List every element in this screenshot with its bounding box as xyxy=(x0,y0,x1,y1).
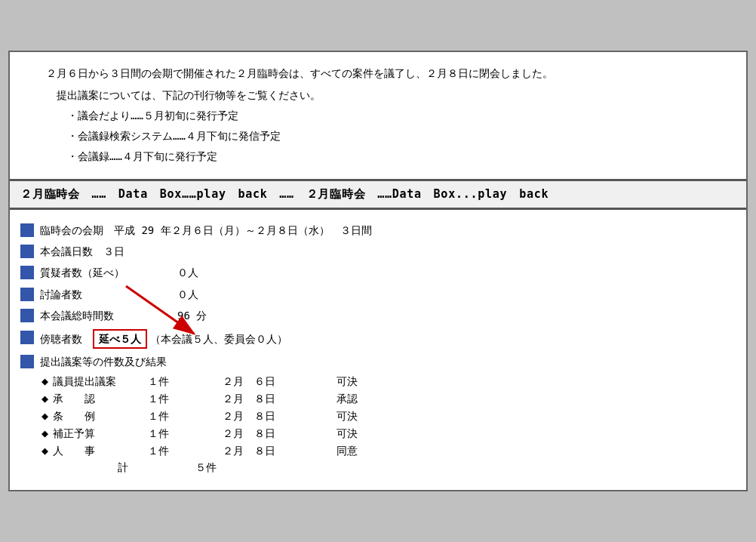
subtable-col4-5: 同意 xyxy=(317,445,377,458)
diamond-3: ◆ xyxy=(41,409,48,423)
subtable-col3-3: ２月 ８日 xyxy=(181,410,317,423)
top-section: ２月６日から３日間の会期で開催された２月臨時会は、すべての案件を議了し、２月８日… xyxy=(10,52,746,181)
bullet-icon-1 xyxy=(20,223,34,237)
row-kaiki: 臨時会の会期 平成 29 年２月６日（月）～２月８日（水） ３日間 xyxy=(20,222,736,239)
bullet-2: ・会議録検索システム……４月下旬に発信予定 xyxy=(25,127,731,146)
svg-line-1 xyxy=(126,286,194,334)
bullet-icon-4 xyxy=(20,288,34,301)
subtable-row-2: ◆ 承 認 １件 ２月 ８日 承認 xyxy=(41,392,756,406)
subtable-col3-1: ２月 ６日 xyxy=(181,375,317,389)
subtable-row-1: ◆ 議員提出議案 １件 ２月 ６日 可決 xyxy=(41,374,756,389)
page-container: ２月６日から３日間の会期で開催された２月臨時会は、すべての案件を議了し、２月８日… xyxy=(8,51,748,492)
row-shitsugi-text: 質疑者数（延べ） ０人 xyxy=(40,264,736,281)
row-shitsugi: 質疑者数（延べ） ０人 xyxy=(20,264,736,281)
subtable: ◆ 議員提出議案 １件 ２月 ６日 可決 ◆ 承 認 １件 ２月 ８日 承認 ◆… xyxy=(41,374,756,475)
bullet-icon-2 xyxy=(20,245,34,258)
diamond-1: ◆ xyxy=(41,374,48,388)
subtable-col3-4: ２月 ８日 xyxy=(181,427,317,441)
row-honkaigi-days: 本会議日数 ３日 xyxy=(20,243,736,260)
subtable-col2-1: １件 xyxy=(136,375,181,389)
bullet-icon-7 xyxy=(20,355,34,368)
subtable-col1-5: 人 事 xyxy=(53,445,136,458)
diamond-2: ◆ xyxy=(41,392,48,405)
row-kaiki-text: 臨時会の会期 平成 29 年２月６日（月）～２月８日（水） ３日間 xyxy=(40,222,736,239)
subtable-col4-2: 承認 xyxy=(317,393,377,406)
main-section: 臨時会の会期 平成 29 年２月６日（月）～２月８日（水） ３日間 本会議日数 … xyxy=(10,210,746,491)
bullet-icon-6 xyxy=(20,331,34,344)
row-bochosha: 傍聴者数 延べ５人（本会議５人、委員会０人） xyxy=(20,329,736,349)
subtable-col2-2: １件 xyxy=(136,393,181,406)
subtable-col1-1: 議員提出議案 xyxy=(53,375,136,389)
bullet-1: ・議会だより……５月初旬に発行予定 xyxy=(25,106,731,125)
row-teishutsu-text: 提出議案等の件数及び結果 xyxy=(40,353,736,370)
banner: ２月臨時会 …… Data Box……play back …… ２月臨時会 ……… xyxy=(10,181,746,210)
subtable-col1-2: 承 認 xyxy=(53,393,136,406)
bullet-3: ・会議録……４月下旬に発行予定 xyxy=(25,147,731,166)
intro-paragraph: ２月６日から３日間の会期で開催された２月臨時会は、すべての案件を議了し、２月８日… xyxy=(25,64,731,83)
total-label: 計 xyxy=(63,461,183,475)
subtable-row-4: ◆ 補正予算 １件 ２月 ８日 可決 xyxy=(41,427,756,441)
row-honkaigi-days-text: 本会議日数 ３日 xyxy=(40,243,736,260)
subtable-col3-5: ２月 ８日 xyxy=(181,445,317,458)
subtable-col3-2: ２月 ８日 xyxy=(181,393,317,406)
subtable-col1-3: 条 例 xyxy=(53,410,136,423)
subtable-col1-4: 補正予算 xyxy=(53,427,136,441)
banner-text: ２月臨時会 …… Data Box……play back …… ２月臨時会 ……… xyxy=(20,187,549,201)
bullet-icon-3 xyxy=(20,266,34,279)
subtable-row-3: ◆ 条 例 １件 ２月 ８日 可決 xyxy=(41,409,756,423)
subtable-col4-1: 可決 xyxy=(317,375,377,389)
bullet-icon-5 xyxy=(20,309,34,322)
subtable-row-5: ◆ 人 事 １件 ２月 ８日 同意 xyxy=(41,444,756,458)
diamond-5: ◆ xyxy=(41,444,48,457)
bochosha-pre: 傍聴者数 xyxy=(40,333,93,345)
subtable-col4-3: 可決 xyxy=(317,410,377,423)
subtable-col2-3: １件 xyxy=(136,410,181,423)
subtable-total-row: 計 ５件 xyxy=(63,461,756,475)
red-arrow xyxy=(118,282,224,343)
subtable-col4-4: 可決 xyxy=(317,427,377,441)
total-value: ５件 xyxy=(183,461,229,475)
subtable-col2-4: １件 xyxy=(136,427,181,441)
subtable-col2-5: １件 xyxy=(136,445,181,458)
row-teishutsu: 提出議案等の件数及び結果 xyxy=(20,353,736,370)
diamond-4: ◆ xyxy=(41,427,48,440)
sub-paragraph: 提出議案については、下記の刊行物等をご覧ください。 xyxy=(25,86,731,105)
